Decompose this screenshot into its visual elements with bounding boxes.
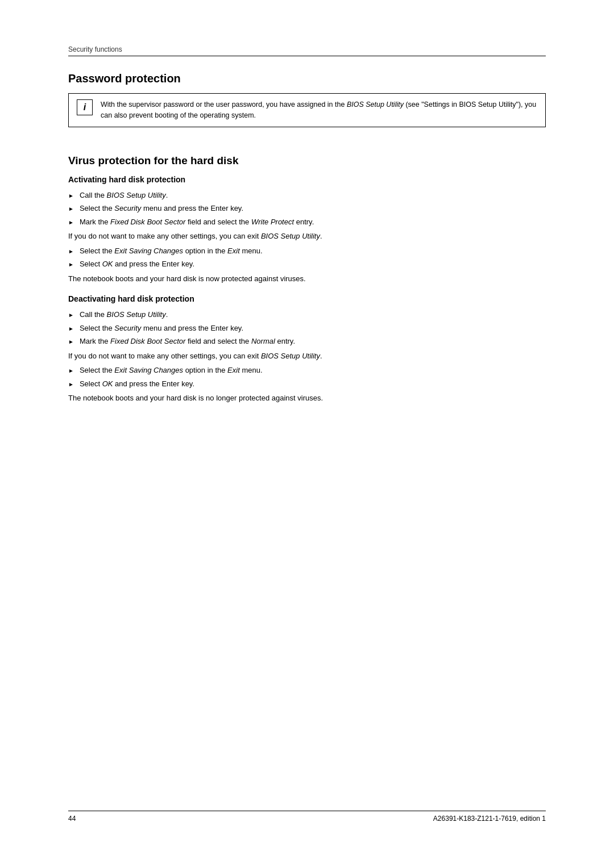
list-item: ► Mark the Fixed Disk Boot Sector field … xyxy=(68,336,546,347)
bullet-arrow-icon: ► xyxy=(68,311,74,319)
bullet-arrow-icon: ► xyxy=(68,191,74,200)
list-item: ► Call the BIOS Setup Utility. xyxy=(68,190,546,201)
activate-bullet-list-2: ► Select the Exit Saving Changes option … xyxy=(68,245,546,270)
deactivate-subsection-title: Deactivating hard disk protection xyxy=(68,294,546,303)
deactivate-bullet-list-2: ► Select the Exit Saving Changes option … xyxy=(68,365,546,389)
list-item: ► Select the Security menu and press the… xyxy=(68,323,546,334)
bullet-arrow-icon: ► xyxy=(68,205,74,213)
list-item: ► Select OK and press the Enter key. xyxy=(68,378,546,390)
header-line: Security functions xyxy=(68,45,546,56)
bullet-arrow-icon: ► xyxy=(68,260,74,269)
virus-section-title: Virus protection for the hard disk xyxy=(68,155,546,167)
deactivate-conditional-text: If you do not want to make any other set… xyxy=(68,350,546,362)
page: Security functions Password protection i… xyxy=(0,0,614,868)
footer-doc-reference: A26391-K183-Z121-1-7619, edition 1 xyxy=(433,815,546,823)
bullet-arrow-icon: ► xyxy=(68,218,74,227)
bullet-arrow-icon: ► xyxy=(68,337,74,346)
info-text: With the supervisor password or the user… xyxy=(101,99,537,121)
list-item: ► Select the Security menu and press the… xyxy=(68,203,546,214)
list-item: ► Select the Exit Saving Changes option … xyxy=(68,245,546,257)
bullet-arrow-icon: ► xyxy=(68,247,74,256)
bullet-arrow-icon: ► xyxy=(68,380,74,389)
bullet-arrow-icon: ► xyxy=(68,324,74,333)
activate-result-text: The notebook boots and your hard disk is… xyxy=(68,273,546,285)
activate-bullet-list-1: ► Call the BIOS Setup Utility. ► Select … xyxy=(68,190,546,228)
header-section-title: Security functions xyxy=(68,45,122,53)
list-item: ► Call the BIOS Setup Utility. xyxy=(68,309,546,320)
virus-section: Virus protection for the hard disk Activ… xyxy=(68,155,546,414)
activate-subsection: Activating hard disk protection ► Call t… xyxy=(68,175,546,285)
password-section: Password protection i With the superviso… xyxy=(68,72,546,143)
list-item: ► Select OK and press the Enter key. xyxy=(68,258,546,270)
activate-conditional-text: If you do not want to make any other set… xyxy=(68,231,546,242)
password-section-title: Password protection xyxy=(68,72,546,85)
deactivate-subsection: Deactivating hard disk protection ► Call… xyxy=(68,294,546,404)
deactivate-result-text: The notebook boots and your hard disk is… xyxy=(68,393,546,404)
footer: 44 A26391-K183-Z121-1-7619, edition 1 xyxy=(68,811,546,823)
list-item: ► Mark the Fixed Disk Boot Sector field … xyxy=(68,216,546,228)
info-icon: i xyxy=(77,99,93,115)
activate-subsection-title: Activating hard disk protection xyxy=(68,175,546,184)
list-item: ► Select the Exit Saving Changes option … xyxy=(68,365,546,376)
bullet-arrow-icon: ► xyxy=(68,366,74,375)
deactivate-bullet-list-1: ► Call the BIOS Setup Utility. ► Select … xyxy=(68,309,546,347)
footer-page-number: 44 xyxy=(68,815,76,823)
info-box: i With the supervisor password or the us… xyxy=(68,93,546,127)
